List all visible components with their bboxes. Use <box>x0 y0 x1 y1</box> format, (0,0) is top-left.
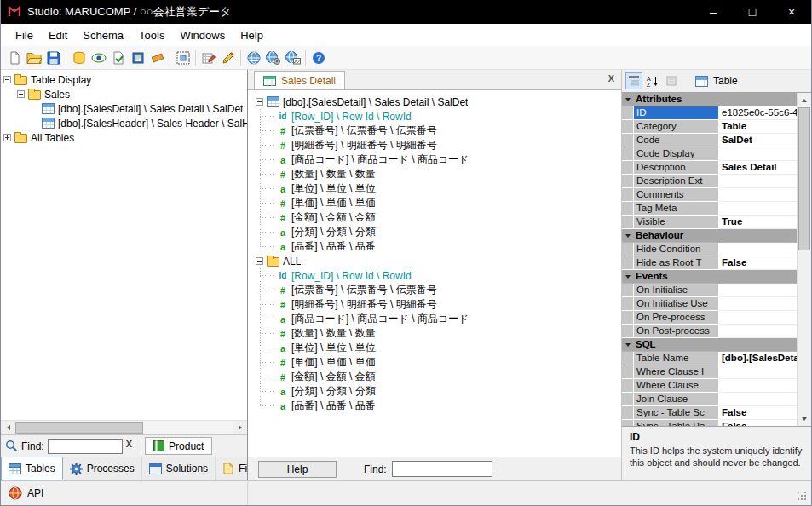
tree-field[interactable]: #[単価] \ 単価 \ 単価 <box>256 355 621 370</box>
property-value[interactable]: Table <box>719 120 797 134</box>
horizontal-scrollbar[interactable] <box>1 420 247 434</box>
globe-services-icon[interactable] <box>263 48 283 67</box>
property-row[interactable]: CategoryTable <box>622 120 797 134</box>
property-value[interactable]: False <box>719 256 797 270</box>
maximize-button[interactable]: □ <box>733 0 772 24</box>
property-value[interactable] <box>719 379 797 393</box>
help-icon[interactable]: ? <box>308 48 328 67</box>
property-pages-icon[interactable] <box>663 72 680 89</box>
property-value[interactable]: Sales Detail <box>719 161 797 175</box>
open-icon[interactable] <box>24 48 43 67</box>
tab-sales-detail[interactable]: Sales Detail <box>254 71 345 89</box>
property-row[interactable]: On Pre-process <box>622 311 797 325</box>
property-value[interactable] <box>719 202 797 216</box>
property-row[interactable]: Description Ext <box>622 175 797 188</box>
find-input[interactable] <box>48 439 123 454</box>
new-document-icon[interactable] <box>4 48 24 67</box>
tree-node-table-display[interactable]: Table Display <box>3 72 247 87</box>
tree-field[interactable]: id[Row_ID] \ Row Id \ RowId <box>256 268 621 283</box>
edit-pencil-icon[interactable] <box>218 48 238 67</box>
tree-field[interactable]: #[明細番号] \ 明細番号 \ 明細番号 <box>256 138 621 152</box>
close-tab-icon[interactable]: X <box>608 73 614 83</box>
tree-field[interactable]: a[単位] \ 単位 \ 単位 <box>256 181 621 196</box>
tree-node-all-tables[interactable]: All Tables <box>3 130 247 145</box>
tab-solutions[interactable]: Solutions <box>142 457 216 480</box>
property-value[interactable] <box>719 243 797 256</box>
property-value[interactable] <box>719 365 797 379</box>
tab-files[interactable]: Files <box>216 457 247 480</box>
property-row[interactable]: Code Display <box>622 147 797 161</box>
property-value[interactable]: False <box>719 420 797 426</box>
design-grid-icon[interactable] <box>199 48 218 67</box>
menu-tools[interactable]: Tools <box>131 26 172 45</box>
tree-field[interactable]: #[数量] \ 数量 \ 数量 <box>256 167 621 181</box>
preview-eye-icon[interactable] <box>89 48 108 67</box>
property-row[interactable]: Hide as Root TFalse <box>622 256 797 270</box>
property-category[interactable]: Behaviour <box>622 229 797 243</box>
sort-alphabetical-icon[interactable]: AZ <box>644 72 661 89</box>
scroll-down-icon[interactable] <box>798 411 811 426</box>
tree-field[interactable]: id[Row_ID] \ Row Id \ RowId <box>256 109 621 124</box>
property-value[interactable]: SalDet <box>719 134 797 147</box>
property-row[interactable]: Where Clause I <box>622 365 797 379</box>
tree-node-salesheader[interactable]: [dbo].[SalesHeader] \ Sales Header \ Sal… <box>3 116 247 130</box>
select-region-icon[interactable] <box>173 48 193 67</box>
menu-help[interactable]: Help <box>233 26 271 45</box>
tab-tables[interactable]: Tables <box>1 457 63 480</box>
property-row[interactable]: On Initialise <box>622 284 797 297</box>
eraser-icon[interactable] <box>147 48 167 67</box>
tree-field[interactable]: a[商品コード] \ 商品コード \ 商品コード <box>256 152 621 167</box>
property-row[interactable]: Table Name[dbo].[SalesDeta <box>622 352 797 365</box>
tree-field[interactable]: #[金額] \ 金額 \ 金額 <box>256 370 621 384</box>
property-value[interactable]: False <box>719 406 797 420</box>
resize-grip[interactable] <box>798 492 808 502</box>
globe-icon[interactable] <box>244 48 263 67</box>
property-value[interactable]: [dbo].[SalesDeta <box>719 352 797 365</box>
property-row[interactable]: CodeSalDet <box>622 134 797 147</box>
tree-field[interactable]: a[分類] \ 分類 \ 分類 <box>256 225 621 239</box>
property-row[interactable]: Tag Meta <box>622 202 797 216</box>
menu-edit[interactable]: Edit <box>41 26 75 45</box>
property-value[interactable] <box>719 188 797 202</box>
property-row[interactable]: VisibleTrue <box>622 216 797 229</box>
script-icon[interactable] <box>128 48 147 67</box>
scroll-left-icon[interactable] <box>1 421 15 435</box>
database-icon[interactable] <box>69 48 89 67</box>
property-category[interactable]: Events <box>622 270 797 284</box>
property-row[interactable]: On Initialise Use <box>622 297 797 311</box>
title-bar[interactable]: Studio: MARUCOMP / ○○会社営業データ – □ × <box>1 0 811 24</box>
clear-find-icon[interactable]: X <box>126 439 132 449</box>
help-button[interactable]: Help <box>258 461 337 478</box>
property-category[interactable]: Attributes <box>622 93 797 106</box>
property-value[interactable] <box>719 297 797 311</box>
product-button[interactable]: Product <box>145 437 212 455</box>
property-value[interactable] <box>719 393 797 406</box>
tree-field[interactable]: #[伝票番号] \ 伝票番号 \ 伝票番号 <box>256 124 621 138</box>
api-item[interactable]: API <box>1 481 248 505</box>
scroll-up-icon[interactable] <box>798 93 811 107</box>
expand-icon[interactable] <box>3 134 11 141</box>
collapse-icon[interactable] <box>3 76 11 83</box>
tree-field[interactable]: a[品番] \ 品番 \ 品番 <box>256 239 621 254</box>
minimize-button[interactable]: – <box>694 0 733 24</box>
tree-field[interactable]: #[数量] \ 数量 \ 数量 <box>256 326 621 341</box>
collapse-icon[interactable] <box>256 98 263 106</box>
property-row[interactable]: Sync - Table PaFalse <box>622 420 797 426</box>
tree-node-salesdetail[interactable]: [dbo].[SalesDetail] \ Sales Detail \ Sal… <box>3 101 247 116</box>
scroll-right-icon[interactable] <box>233 421 247 435</box>
vertical-scrollbar[interactable] <box>797 93 811 426</box>
property-row[interactable]: IDe1825e0c-55c6-4~ <box>622 106 797 120</box>
categorized-view-icon[interactable] <box>625 72 642 89</box>
globe-image-icon[interactable] <box>283 48 302 67</box>
menu-file[interactable]: File <box>8 26 41 45</box>
property-value[interactable]: e1825e0c-55c6-4~ <box>719 106 797 120</box>
close-button[interactable]: × <box>772 0 811 24</box>
tree-field[interactable]: #[金額] \ 金額 \ 金額 <box>256 210 621 225</box>
property-row[interactable]: On Post-process <box>622 325 797 338</box>
property-value[interactable] <box>719 325 797 338</box>
property-row[interactable]: DescriptionSales Detail <box>622 161 797 175</box>
property-value[interactable] <box>719 311 797 325</box>
tree-node[interactable]: [dbo].[SalesDetail] \ Sales Detail \ Sal… <box>256 95 621 109</box>
tree-node-sales[interactable]: Sales <box>3 87 247 101</box>
collapse-icon[interactable] <box>256 257 263 265</box>
